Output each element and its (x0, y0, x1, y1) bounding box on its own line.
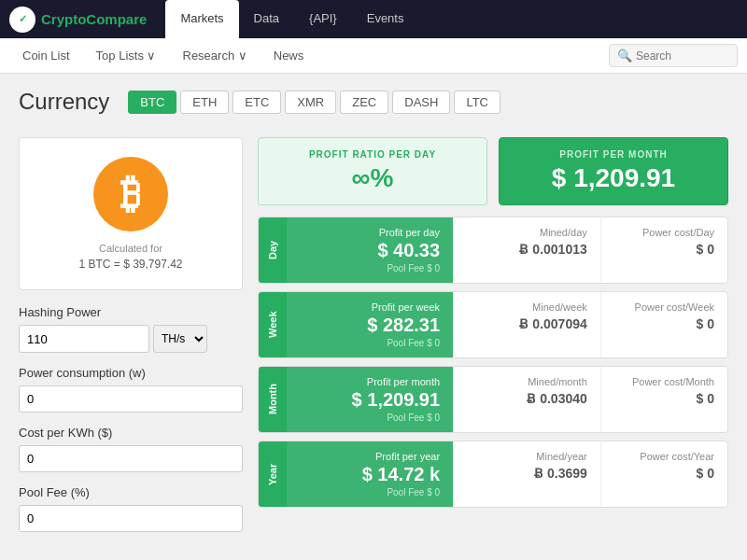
tab-btc[interactable]: BTC (128, 91, 176, 114)
top-navigation: ✓ CryptoCompare Markets Data {API} Event… (0, 0, 747, 38)
period-label: Week (259, 292, 287, 357)
page-title: Currency (19, 89, 109, 115)
logo-text: CryptoCompare (41, 11, 147, 27)
tab-ltc[interactable]: LTC (454, 91, 500, 114)
sub-navigation: Coin List Top Lists ∨ Research ∨ News 🔍 (0, 38, 747, 74)
main-content: ₿ Calculated for 1 BTC = $ 39,797.42 Has… (0, 122, 747, 560)
mined-section: Mined/month Ƀ 0.03040 (453, 367, 600, 432)
tab-dash[interactable]: DASH (392, 91, 450, 114)
btc-price: 1 BTC = $ 39,797.42 (38, 258, 223, 271)
pool-fee-label: Pool Fee (%) (19, 485, 243, 499)
mined-value: Ƀ 0.007094 (467, 316, 587, 331)
power-cost-section: Power cost/Year $ 0 (600, 441, 727, 507)
top-nav-links: Markets Data {API} Events (165, 0, 418, 38)
logo[interactable]: ✓ CryptoCompare (9, 7, 147, 33)
mined-value: Ƀ 0.3699 (467, 466, 587, 481)
pool-fee: Pool Fee $ 0 (300, 263, 440, 273)
power-cost-section: Power cost/Month $ 0 (600, 367, 727, 432)
profit-title: Profit per year (300, 451, 440, 462)
pool-fee: Pool Fee $ 0 (300, 413, 440, 423)
tab-eth[interactable]: ETH (180, 91, 229, 114)
period-label: Day (259, 217, 287, 283)
profit-title: Profit per day (300, 227, 440, 238)
mined-value: Ƀ 0.03040 (467, 391, 587, 406)
search-icon: 🔍 (617, 49, 632, 63)
power-cost-value: $ 0 (614, 242, 714, 257)
pool-fee-section: Pool Fee (%) (19, 485, 243, 532)
mined-value: Ƀ 0.001013 (467, 242, 587, 257)
profit-title: Profit per month (300, 376, 440, 387)
profit-value: $ 40.33 (300, 240, 440, 261)
cost-per-kwh-label: Cost per KWh ($) (19, 426, 243, 440)
sub-nav-top-lists[interactable]: Top Lists ∨ (83, 38, 170, 74)
power-cost-value: $ 0 (614, 466, 714, 481)
power-consumption-input[interactable] (19, 385, 243, 413)
hashing-power-label: Hashing Power (19, 305, 243, 319)
power-cost-label: Power cost/Day (614, 227, 714, 238)
profit-ratio-value: ∞% (274, 163, 472, 193)
power-cost-value: $ 0 (614, 391, 714, 406)
period-label: Month (259, 367, 287, 432)
bitcoin-icon: ₿ (93, 157, 168, 231)
data-rows: Day Profit per day $ 40.33 Pool Fee $ 0 … (258, 217, 728, 508)
mined-section: Mined/week Ƀ 0.007094 (453, 292, 600, 357)
currency-header: Currency BTC ETH ETC XMR ZEC DASH LTC (0, 74, 747, 122)
power-cost-section: Power cost/Day $ 0 (600, 217, 727, 283)
hashing-power-input[interactable] (19, 325, 149, 353)
table-row: Year Profit per year $ 14.72 k Pool Fee … (258, 441, 728, 508)
nav-api[interactable]: {API} (294, 0, 352, 38)
profit-main: Profit per day $ 40.33 Pool Fee $ 0 (287, 217, 453, 283)
table-row: Month Profit per month $ 1,209.91 Pool F… (258, 366, 728, 433)
profit-main: Profit per year $ 14.72 k Pool Fee $ 0 (287, 441, 453, 507)
pool-fee-input[interactable] (19, 505, 243, 532)
nav-data[interactable]: Data (239, 0, 294, 38)
pool-fee: Pool Fee $ 0 (300, 487, 440, 497)
sub-nav-coin-list[interactable]: Coin List (9, 38, 83, 74)
profit-month-label: PROFIT PER MONTH (514, 149, 712, 160)
right-panel: PROFIT RATIO PER DAY ∞% PROFIT PER MONTH… (258, 137, 728, 545)
nav-markets[interactable]: Markets (165, 0, 238, 38)
tab-zec[interactable]: ZEC (340, 91, 388, 114)
currency-tabs: BTC ETH ETC XMR ZEC DASH LTC (128, 91, 500, 114)
search-input[interactable] (636, 49, 729, 63)
profit-value: $ 1,209.91 (300, 389, 440, 411)
mined-section: Mined/year Ƀ 0.3699 (453, 441, 600, 507)
profit-ratio-card: PROFIT RATIO PER DAY ∞% (258, 137, 487, 205)
coin-card: ₿ Calculated for 1 BTC = $ 39,797.42 (19, 137, 243, 290)
table-row: Week Profit per week $ 282.31 Pool Fee $… (258, 291, 728, 358)
power-cost-label: Power cost/Year (614, 451, 714, 462)
tab-etc[interactable]: ETC (233, 91, 281, 114)
mined-label: Mined/year (467, 451, 587, 462)
period-label: Year (259, 441, 287, 507)
mined-label: Mined/week (467, 301, 587, 313)
power-cost-value: $ 0 (614, 316, 714, 331)
profit-main: Profit per month $ 1,209.91 Pool Fee $ 0 (287, 367, 453, 432)
sub-nav-news[interactable]: News (261, 38, 317, 74)
search-box[interactable]: 🔍 (609, 44, 738, 67)
profit-month-card: PROFIT PER MONTH $ 1,209.91 (499, 137, 728, 205)
profit-title: Profit per week (300, 301, 440, 313)
mined-label: Mined/day (467, 227, 587, 238)
power-cost-label: Power cost/Week (614, 301, 714, 313)
cost-per-kwh-input[interactable] (19, 445, 243, 472)
power-consumption-label: Power consumption (w) (19, 366, 243, 380)
hashing-power-unit-select[interactable]: TH/s GH/s MH/s (153, 325, 207, 353)
table-row: Day Profit per day $ 40.33 Pool Fee $ 0 … (258, 217, 728, 284)
sub-nav-research[interactable]: Research ∨ (170, 38, 261, 74)
mined-section: Mined/day Ƀ 0.001013 (453, 217, 600, 283)
profit-value: $ 282.31 (300, 315, 440, 336)
profit-main: Profit per week $ 282.31 Pool Fee $ 0 (287, 292, 453, 357)
calculated-for-label: Calculated for (38, 243, 223, 254)
pool-fee: Pool Fee $ 0 (300, 338, 440, 348)
mined-label: Mined/month (467, 376, 587, 387)
cost-per-kwh-section: Cost per KWh ($) (19, 426, 243, 472)
nav-events[interactable]: Events (352, 0, 419, 38)
hashing-power-section: Hashing Power TH/s GH/s MH/s (19, 305, 243, 353)
power-cost-section: Power cost/Week $ 0 (600, 292, 727, 357)
logo-icon: ✓ (9, 7, 35, 33)
profit-ratio-label: PROFIT RATIO PER DAY (274, 149, 472, 160)
profit-summary: PROFIT RATIO PER DAY ∞% PROFIT PER MONTH… (258, 137, 728, 205)
left-panel: ₿ Calculated for 1 BTC = $ 39,797.42 Has… (19, 137, 243, 545)
profit-value: $ 14.72 k (300, 464, 440, 485)
tab-xmr[interactable]: XMR (285, 91, 336, 114)
